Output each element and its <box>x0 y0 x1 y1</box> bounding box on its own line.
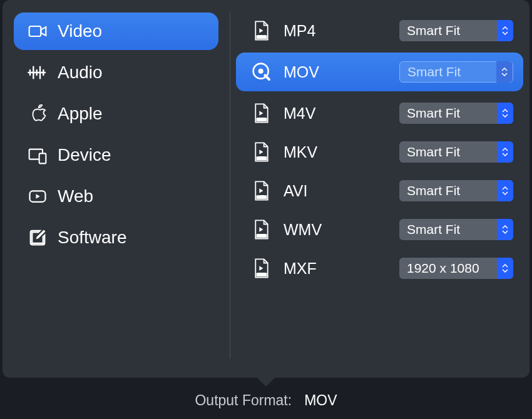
mkv-file-icon: MKV <box>251 141 272 163</box>
quicktime-icon <box>251 61 272 83</box>
resolution-value: Smart Fit <box>407 183 497 198</box>
format-row-mov[interactable]: MOV Smart Fit <box>236 53 523 91</box>
resolution-select[interactable]: 1920 x 1080 <box>399 258 513 279</box>
format-label: M4V <box>284 104 399 123</box>
sidebar-item-apple[interactable]: Apple <box>14 95 218 133</box>
resolution-select[interactable]: Smart Fit <box>399 103 513 124</box>
vertical-divider <box>230 11 230 359</box>
svg-text:MP4: MP4 <box>258 36 265 39</box>
play-box-icon <box>28 186 48 206</box>
format-row-m4v[interactable]: M4V M4V Smart Fit <box>236 94 523 133</box>
format-label: WMV <box>284 221 399 239</box>
output-format-value: MOV <box>304 392 337 409</box>
sidebar-item-label: Video <box>58 21 102 41</box>
resolution-select[interactable]: Smart Fit <box>399 20 513 41</box>
output-format-footer: Output Format: MOV <box>0 381 532 419</box>
resolution-select[interactable]: Smart Fit <box>399 219 513 240</box>
resolution-value: Smart Fit <box>407 23 497 38</box>
sidebar-item-web[interactable]: Web <box>14 178 218 215</box>
resolution-select[interactable]: Smart Fit <box>399 61 513 83</box>
chevron-up-down-icon <box>497 258 513 279</box>
format-label: MXF <box>284 260 399 278</box>
sidebar-item-device[interactable]: Device <box>14 136 218 174</box>
sidebar-item-audio[interactable]: Audio <box>14 54 218 91</box>
svg-rect-0 <box>29 26 41 36</box>
chevron-up-down-icon <box>497 180 513 201</box>
format-row-mp4[interactable]: MP4 MP4 Smart Fit <box>236 11 523 50</box>
format-label: MP4 <box>284 22 399 40</box>
m4v-file-icon: M4V <box>251 103 272 124</box>
wmv-file-icon: WMV <box>251 219 272 240</box>
chevron-up-down-icon <box>497 141 513 163</box>
resolution-value: 1920 x 1080 <box>407 261 497 276</box>
mp4-file-icon: MP4 <box>251 20 272 41</box>
devices-icon <box>28 145 48 165</box>
mxf-file-icon: MXF <box>251 258 272 279</box>
format-row-mkv[interactable]: MKV MKV Smart Fit <box>236 133 523 171</box>
chevron-up-down-icon <box>497 219 513 240</box>
sidebar-item-label: Device <box>58 145 111 165</box>
sidebar-item-label: Software <box>58 228 127 248</box>
resolution-select[interactable]: Smart Fit <box>399 141 513 163</box>
resolution-value: Smart Fit <box>407 106 497 121</box>
resolution-select[interactable]: Smart Fit <box>399 180 513 201</box>
svg-text:MKV: MKV <box>258 157 266 160</box>
format-row-mxf[interactable]: MXF MXF 1920 x 1080 <box>236 249 523 288</box>
sidebar-item-video[interactable]: Video <box>14 13 218 50</box>
resolution-value: Smart Fit <box>407 222 497 237</box>
output-format-label: Output Format: <box>195 392 292 409</box>
svg-text:MXF: MXF <box>258 273 265 276</box>
format-label: AVI <box>284 182 399 200</box>
sidebar-item-software[interactable]: Software <box>14 219 218 256</box>
svg-text:WMV: WMV <box>258 235 266 238</box>
format-row-avi[interactable]: AVI AVI Smart Fit <box>236 171 523 210</box>
resolution-value: Smart Fit <box>407 144 497 159</box>
edit-square-icon <box>28 228 48 248</box>
sidebar-item-label: Web <box>58 186 93 206</box>
sidebar-item-label: Apple <box>58 104 103 124</box>
chevron-up-down-icon <box>497 20 513 41</box>
format-row-wmv[interactable]: WMV WMV Smart Fit <box>236 210 523 249</box>
format-picker-panel: Video Audio <box>3 0 529 378</box>
chevron-up-down-icon <box>496 61 513 83</box>
svg-rect-8 <box>39 153 46 163</box>
svg-text:AVI: AVI <box>259 196 264 199</box>
resolution-value: Smart Fit <box>407 64 496 79</box>
category-sidebar: Video Audio <box>3 0 230 378</box>
format-label: MKV <box>284 143 399 161</box>
apple-logo-icon <box>28 104 48 124</box>
svg-point-13 <box>258 69 263 74</box>
svg-text:M4V: M4V <box>258 118 265 121</box>
avi-file-icon: AVI <box>251 180 272 201</box>
video-camera-icon <box>28 21 48 41</box>
sidebar-item-label: Audio <box>58 63 103 83</box>
audio-waveform-icon <box>28 63 48 83</box>
chevron-up-down-icon <box>497 103 513 124</box>
format-list: MP4 MP4 Smart Fit <box>230 0 529 378</box>
format-label: MOV <box>284 63 399 81</box>
